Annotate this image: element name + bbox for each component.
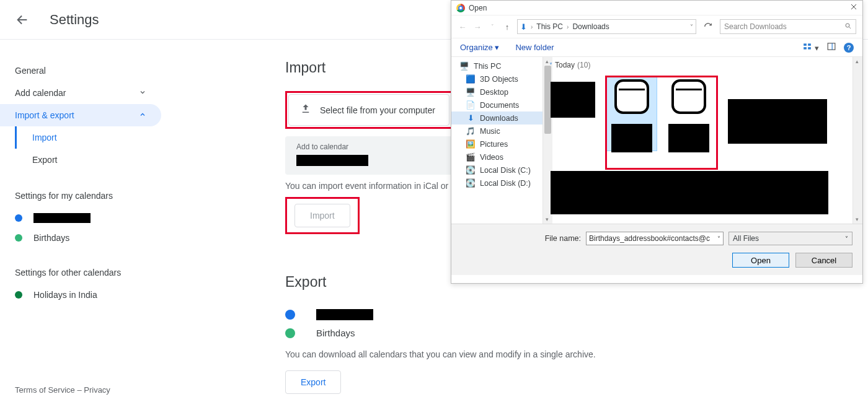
upload-icon xyxy=(300,103,311,116)
nav-forward-icon: → xyxy=(472,22,482,32)
tree-3d-objects[interactable]: 🟦3D Objects xyxy=(451,72,542,85)
calendar-dot-icon xyxy=(285,310,295,320)
redacted-calendar-name xyxy=(316,309,373,320)
file-thumbnails xyxy=(549,73,856,216)
back-arrow-icon[interactable] xyxy=(15,12,30,27)
tree-documents[interactable]: 📄Documents xyxy=(451,98,542,111)
highlight-file-selection xyxy=(605,76,718,170)
search-input[interactable]: Search Downloads xyxy=(720,19,856,34)
dialog-toolbar: Organize ▾ New folder ▾ ? xyxy=(451,38,862,57)
svg-rect-5 xyxy=(828,43,835,50)
pc-icon: 🖥️ xyxy=(460,61,469,71)
highlight-select-file: Select file from your computer xyxy=(285,91,453,129)
files-group-header[interactable]: ˅ Today (10) xyxy=(549,61,856,69)
refresh-icon[interactable] xyxy=(701,20,715,33)
settings-nav: General Add calendar Import & export Imp… xyxy=(0,40,161,402)
tree-pictures[interactable]: 🖼️Pictures xyxy=(451,138,542,151)
other-calendar-holidays[interactable]: Holidays in India xyxy=(15,285,161,305)
nav-up-icon[interactable]: ↑ xyxy=(502,22,512,32)
select-file-button[interactable]: Select file from your computer xyxy=(288,94,450,126)
tree-music[interactable]: 🎵Music xyxy=(451,125,542,138)
svg-rect-1 xyxy=(804,43,807,46)
file-thumbnail[interactable] xyxy=(728,99,827,144)
tree-this-pc[interactable]: 🖥️This PC xyxy=(451,59,542,72)
nav-section-my-calendars: Settings for my calendars xyxy=(15,191,161,201)
breadcrumb-downloads[interactable]: Downloads xyxy=(572,22,609,31)
my-calendar-birthdays[interactable]: Birthdays xyxy=(15,228,161,248)
files-scrollbar[interactable]: ▴ ▾ xyxy=(852,57,862,224)
file-thumbnail[interactable] xyxy=(551,171,828,214)
nav-import-export[interactable]: Import & export xyxy=(0,104,161,126)
file-name-label: File name: xyxy=(545,234,581,243)
my-calendar-primary[interactable] xyxy=(15,208,161,228)
file-name-dropdown-icon[interactable]: ˅ xyxy=(717,235,720,242)
dialog-footer: File name: Birthdays_addressbook#contact… xyxy=(451,224,862,275)
file-name-input[interactable]: Birthdays_addressbook#contacts@c ˅ xyxy=(586,232,724,245)
chevron-down-icon: ˅ xyxy=(845,235,848,242)
cancel-button[interactable]: Cancel xyxy=(795,253,852,268)
add-to-calendar-label: Add to calendar xyxy=(296,142,446,151)
dialog-titlebar: Open xyxy=(451,1,862,15)
nav-back-icon[interactable]: ← xyxy=(458,22,467,32)
tree-disk-c[interactable]: 💽Local Disk (C:) xyxy=(451,164,542,177)
svg-rect-2 xyxy=(808,43,812,46)
svg-point-0 xyxy=(846,24,849,27)
tree-disk-d[interactable]: 💽Local Disk (D:) xyxy=(451,177,542,190)
preview-pane-icon[interactable] xyxy=(826,42,836,53)
breadcrumb-this-pc[interactable]: This PC xyxy=(536,22,563,31)
search-icon xyxy=(844,22,852,32)
view-mode-icon[interactable]: ▾ xyxy=(802,42,819,53)
settings-title: Settings xyxy=(50,12,99,28)
address-bar[interactable]: ⬇ › This PC › Downloads ˅ xyxy=(517,19,696,34)
chevron-down-icon: ˅ xyxy=(549,62,552,69)
file-type-select[interactable]: All Files ˅ xyxy=(728,232,852,245)
desktop-icon: 🖥️ xyxy=(466,87,475,97)
tree-videos[interactable]: 🎬Videos xyxy=(451,151,542,164)
disk-icon: 💽 xyxy=(466,165,475,175)
export-button[interactable]: Export xyxy=(285,370,341,394)
search-placeholder: Search Downloads xyxy=(724,22,787,31)
help-icon[interactable]: ? xyxy=(844,43,854,53)
address-dropdown-icon[interactable]: ˅ xyxy=(690,24,693,30)
tree-downloads[interactable]: ⬇Downloads xyxy=(451,111,542,125)
breadcrumb-sep-icon: › xyxy=(531,24,533,30)
calendar-dot-icon xyxy=(15,214,22,222)
breadcrumb-sep-icon: › xyxy=(567,24,569,30)
file-open-dialog: Open ← → ˅ ↑ ⬇ › This PC › Downloads ˅ S… xyxy=(451,0,863,284)
nav-add-calendar[interactable]: Add calendar xyxy=(15,82,161,104)
dialog-title-text: Open xyxy=(469,4,487,12)
footer-links[interactable]: Terms of Service – Privacy xyxy=(15,385,110,395)
documents-icon: 📄 xyxy=(466,100,475,110)
disk-icon: 💽 xyxy=(466,178,475,188)
pictures-icon: 🖼️ xyxy=(466,139,475,149)
folder-tree: 🖥️This PC 🟦3D Objects 🖥️Desktop 📄Documen… xyxy=(451,57,543,224)
organize-menu[interactable]: Organize ▾ xyxy=(460,43,499,52)
add-to-calendar-select[interactable]: Add to calendar xyxy=(285,136,458,175)
export-help-text: You can download all calendars that you … xyxy=(285,349,868,359)
file-thumbnail[interactable] xyxy=(551,82,595,118)
tree-desktop[interactable]: 🖥️Desktop xyxy=(451,85,542,98)
new-folder-button[interactable]: New folder xyxy=(515,43,554,52)
svg-rect-4 xyxy=(808,47,812,50)
open-button[interactable]: Open xyxy=(732,253,789,268)
export-calendar-birthdays: Birthdays xyxy=(285,324,868,342)
calendar-dot-icon xyxy=(285,328,295,338)
highlight-import-button: Import xyxy=(285,197,360,234)
objects-icon: 🟦 xyxy=(466,74,475,84)
chevron-up-icon xyxy=(139,110,146,120)
close-icon[interactable] xyxy=(850,3,857,12)
videos-icon: 🎬 xyxy=(466,152,475,162)
calendar-dot-icon xyxy=(15,234,22,242)
files-panel[interactable]: ˅ Today (10) xyxy=(543,57,862,224)
chevron-down-icon xyxy=(139,88,146,98)
nav-recent-dropdown-icon[interactable]: ˅ xyxy=(487,24,497,30)
export-calendar-primary xyxy=(285,305,868,324)
nav-export[interactable]: Export xyxy=(15,149,161,171)
downloads-arrow-icon: ⬇ xyxy=(520,22,527,32)
nav-import[interactable]: Import xyxy=(15,126,161,149)
import-button[interactable]: Import xyxy=(294,204,350,227)
redacted-calendar-value xyxy=(296,155,368,166)
nav-general[interactable]: General xyxy=(15,59,161,82)
downloads-icon: ⬇ xyxy=(466,113,475,123)
nav-section-other-calendars: Settings for other calendars xyxy=(15,268,161,277)
